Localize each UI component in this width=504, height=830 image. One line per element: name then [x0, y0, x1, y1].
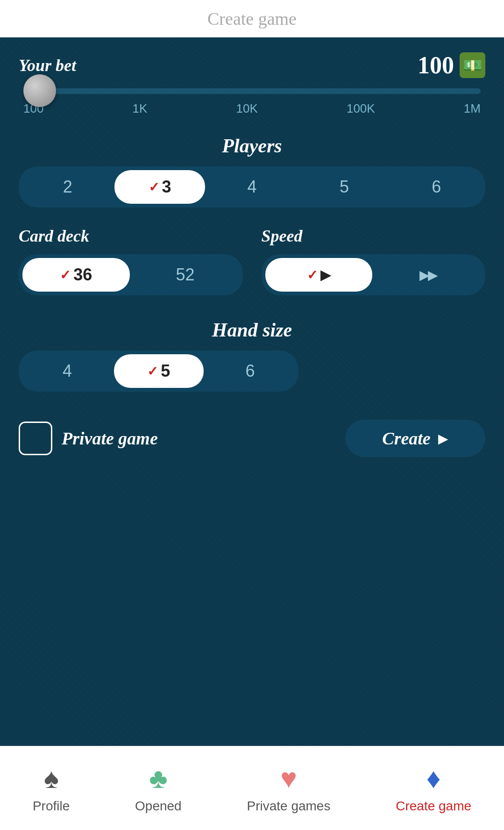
players-section: Players 2 ✓ 3 4 5 6 [19, 135, 485, 208]
hand-size-option-4[interactable]: 4 [22, 354, 112, 388]
nav-label-create-game: Create game [396, 799, 471, 814]
card-deck-title: Card deck [19, 226, 243, 246]
speed-title: Speed [262, 226, 486, 246]
create-button-arrow: ▶ [438, 431, 448, 446]
nav-label-profile: Profile [33, 799, 70, 814]
diamond-icon: ♦ [426, 763, 441, 795]
slider-labels: 100 1K 10K 100K 1M [23, 101, 481, 116]
private-game-label: Private game [62, 428, 158, 449]
players-option-5[interactable]: 5 [299, 170, 389, 204]
slider-track [23, 88, 481, 94]
heart-icon: ♥ [280, 763, 297, 795]
speed-col: Speed ✓ ▶ ▶▶ [262, 226, 486, 295]
slider-label-100k: 100K [347, 101, 375, 116]
nav-item-profile[interactable]: ♠ Profile [33, 763, 70, 814]
nav-label-private-games: Private games [247, 799, 330, 814]
private-game-area: Private game [19, 422, 158, 455]
bottom-action-row: Private game Create ▶ [19, 420, 485, 466]
slider-label-1k: 1K [133, 101, 148, 116]
hand-size-option-6[interactable]: 6 [206, 354, 295, 388]
page-title: Create game [207, 8, 297, 29]
players-option-4[interactable]: 4 [207, 170, 297, 204]
club-icon: ♣ [149, 763, 167, 795]
money-icon: 💵 [460, 52, 485, 78]
speed-option-group: ✓ ▶ ▶▶ [262, 254, 486, 295]
hand-size-title: Hand size [19, 319, 485, 341]
slider-thumb[interactable] [23, 74, 56, 107]
speed-option-normal[interactable]: ✓ ▶ [265, 258, 373, 292]
players-title: Players [19, 135, 485, 157]
bet-label: Your bet [19, 56, 76, 75]
page-header: Create game [0, 0, 504, 37]
bet-section: Your bet 100 💵 100 1K 10K 100K 1M [19, 51, 485, 116]
card-deck-option-36[interactable]: ✓ 36 [22, 258, 130, 292]
bet-amount: 100 [418, 51, 454, 79]
bet-slider-container: 100 1K 10K 100K 1M [19, 88, 485, 116]
bet-amount-area: 100 💵 [418, 51, 485, 79]
private-game-checkbox[interactable] [19, 422, 52, 455]
hand-size-option-5[interactable]: ✓ 5 [114, 354, 204, 388]
players-option-6[interactable]: 6 [391, 170, 482, 204]
card-deck-option-52[interactable]: 52 [132, 258, 239, 292]
nav-item-opened[interactable]: ♣ Opened [135, 763, 182, 814]
card-deck-option-group: ✓ 36 52 [19, 254, 243, 295]
players-option-3[interactable]: ✓ 3 [114, 170, 205, 204]
slider-label-1m: 1M [464, 101, 481, 116]
nav-item-create-game[interactable]: ♦ Create game [396, 763, 471, 814]
card-deck-col: Card deck ✓ 36 52 [19, 226, 243, 295]
players-option-2[interactable]: 2 [22, 170, 113, 204]
create-button[interactable]: Create ▶ [345, 420, 485, 457]
nav-label-opened: Opened [135, 799, 182, 814]
main-content: Your bet 100 💵 100 1K 10K 100K 1M [0, 37, 504, 783]
slider-label-10k: 10K [236, 101, 258, 116]
card-speed-row: Card deck ✓ 36 52 Speed ✓ ▶ ▶▶ [19, 226, 485, 295]
hand-size-option-group: 4 ✓ 5 6 [19, 351, 298, 392]
bottom-nav: ♠ Profile ♣ Opened ♥ Private games ♦ Cre… [0, 746, 504, 830]
players-option-group: 2 ✓ 3 4 5 6 [19, 166, 485, 208]
bet-header: Your bet 100 💵 [19, 51, 485, 79]
speed-option-fast[interactable]: ▶▶ [374, 258, 482, 292]
nav-item-private-games[interactable]: ♥ Private games [247, 763, 330, 814]
spade-icon: ♠ [44, 763, 59, 795]
create-button-label: Create [382, 428, 430, 449]
hand-size-section: Hand size 4 ✓ 5 6 [19, 319, 485, 392]
